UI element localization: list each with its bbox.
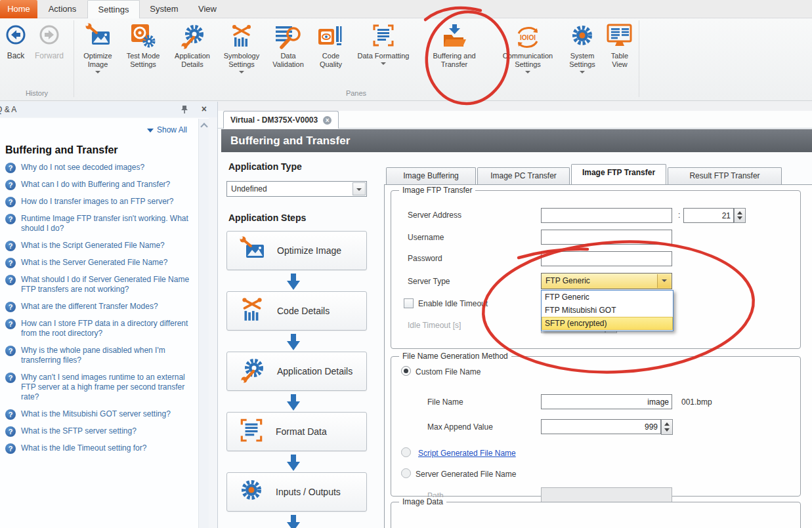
port-input[interactable] [683,208,734,223]
script-generated-radio[interactable] [401,447,411,457]
qa-scrollbar[interactable] [198,119,209,528]
tab-view[interactable]: View [188,0,226,18]
qa-question[interactable]: ?Why do I not see decoded images? [5,163,192,173]
tab-image-ftp-transfer[interactable]: Image FTP Transfer [571,164,666,184]
ribbon-button-code-quality[interactable]: Code Quality [312,20,349,96]
tab-system[interactable]: System [140,0,188,18]
tab-result-ftp-transfer[interactable]: Result FTP Transfer [668,167,782,184]
step-arrow-icon [286,334,301,354]
application-details-icon [168,20,217,52]
spin-up-icon[interactable] [737,211,742,214]
pin-icon[interactable] [181,105,188,114]
tab-image-buffering[interactable]: Image Buffering [386,167,476,184]
ribbon-button-buffering-and-transfer[interactable]: Buffering and Transfer [424,20,484,96]
max-append-spinner[interactable] [661,419,673,435]
step-optimize-image-button[interactable]: Optimize Image [226,231,367,270]
ribbon-separator [639,20,639,97]
ribbon-button-system-settings[interactable]: System Settings [563,20,601,96]
port-separator: : [678,211,680,220]
spin-down-icon[interactable] [737,216,742,220]
chevron-down-icon [662,279,667,282]
application-details-icon [238,357,267,386]
back-button[interactable]: Back [1,20,30,96]
tab-image-pc-transfer[interactable]: Image PC Transfer [477,167,570,184]
step-inputs-outputs-button[interactable]: Inputs / Outputs [226,472,367,512]
username-input[interactable] [541,230,672,245]
qa-question[interactable]: ?How can I store FTP data in a directory… [5,319,192,338]
qa-question[interactable]: ?What is the Idle Timeout setting for? [5,443,192,453]
step-code-details-button[interactable]: Code Details [226,291,367,331]
ribbon-button-label: Communication Settings [494,52,562,69]
step-format-data-button[interactable]: Format Data [226,412,367,451]
server-generated-radio[interactable] [401,468,411,478]
server-type-dropdown-list: FTP Generic FTP Mitsubishi GOT SFTP (enc… [541,290,673,331]
port-spinner[interactable] [734,208,746,223]
option-ftp-mitsubishi-got[interactable]: FTP Mitsubishi GOT [542,304,673,317]
ribbon-button-application-details[interactable]: Application Details [168,20,217,96]
chevron-down-icon [95,71,100,73]
communication-settings-icon: IOIOI [494,20,562,52]
image-ftp-transfer-group: Image FTP Transfer Server Address : User… [391,190,801,349]
question-icon: ? [5,275,16,285]
group-legend: File Name Generation Method [399,352,511,361]
combo-dropdown-button[interactable] [657,274,671,288]
ribbon-button-table-view[interactable]: Table View [603,20,637,96]
option-ftp-generic[interactable]: FTP Generic [542,291,673,304]
server-address-input[interactable] [541,208,672,223]
qa-question[interactable]: ?What can I do with Buffering and Transf… [5,180,192,190]
option-sftp-encrypted[interactable]: SFTP (encrypted) [542,317,673,330]
qa-question[interactable]: ?Runtime Image FTP transfer isn't workin… [5,214,192,234]
custom-file-name-radio[interactable] [401,366,411,376]
combo-dropdown-button[interactable] [353,182,366,195]
spin-down-icon[interactable] [664,428,670,432]
question-icon: ? [5,426,16,437]
application-steps-label: Application Steps [228,213,306,223]
application-type-label: Application Type [228,161,302,172]
document-tab[interactable]: Virtual - DM375X-V0003× [223,111,339,129]
optimize-image-icon [76,20,119,52]
password-input[interactable] [541,251,672,266]
file-name-label: File Name [427,397,463,407]
server-generated-label: Server Generated File Name [416,470,516,479]
qa-question[interactable]: ?Why is the whole pane disabled when I'm… [5,346,192,365]
custom-file-name-label: Custom File Name [416,367,481,376]
spin-up-icon[interactable] [664,422,670,426]
ribbon-button-test-mode-settings[interactable]: Test Mode Settings [121,20,165,96]
qa-question[interactable]: ?What should I do if Server Generated Fi… [5,275,192,294]
code-details-icon [238,296,267,326]
qa-question[interactable]: ?What are the different Transfer Modes? [5,302,192,312]
ribbon-group-panes: Panes [74,89,639,97]
qa-question[interactable]: ?Why can't I send images runtime to an e… [5,373,192,402]
ribbon-button-data-validation[interactable]: Data Validation [267,20,310,96]
application-type-select[interactable]: Undefined [226,181,367,197]
ribbon-button-data-formatting[interactable]: Data Formatting [352,20,415,96]
step-application-details-button[interactable]: Application Details [226,352,367,391]
close-icon[interactable]: × [202,104,207,114]
ribbon-button-optimize-image[interactable]: Optimize Image [76,20,119,96]
qa-question[interactable]: ?What is the SFTP server setting? [5,426,192,436]
chevron-down-icon [381,62,386,65]
qa-question[interactable]: ?How do I transfer images to an FTP serv… [5,197,192,207]
ribbon-button-communication-settings[interactable]: IOIOI Communication Settings [494,20,562,96]
show-all-toggle[interactable]: Show All [147,125,187,134]
back-icon [1,20,30,52]
format-data-icon [238,417,265,446]
script-generated-link[interactable]: Script Generated File Name [418,449,516,458]
forward-button: Forward [32,20,67,96]
enable-idle-timeout-checkbox[interactable] [404,298,414,308]
qa-question[interactable]: ?What is the Script Generated File Name? [5,241,192,251]
server-type-select[interactable]: FTP Generic [541,273,672,289]
max-append-value-input[interactable] [541,419,661,434]
tab-actions[interactable]: Actions [37,0,87,18]
ribbon-button-symbology-settings[interactable]: Symbology Settings [219,20,264,96]
step-arrow-icon [286,455,301,474]
idle-timeout-label: Idle Timeout [s] [408,321,461,330]
close-tab-icon[interactable]: × [323,116,331,125]
step-arrow-icon [286,274,301,293]
qa-question[interactable]: ?What is the Server Generated File Name? [5,258,192,268]
qa-question[interactable]: ?What is the Mitsubishi GOT server setti… [5,409,192,419]
file-name-input[interactable] [541,394,672,409]
tab-settings[interactable]: Settings [87,0,140,18]
ribbon-tab-row: Home Actions Settings System View [0,0,812,18]
tab-home[interactable]: Home [0,0,37,18]
